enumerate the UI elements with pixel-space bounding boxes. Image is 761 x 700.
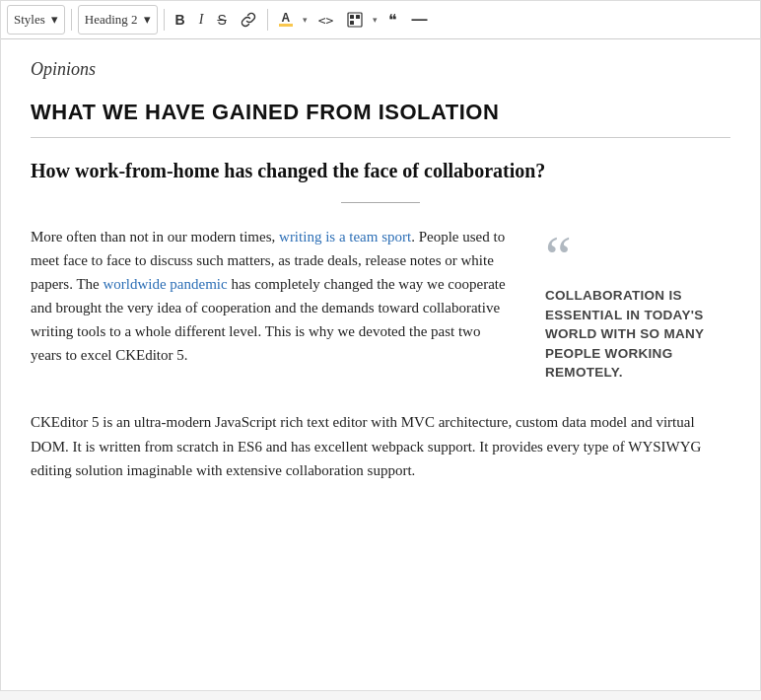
doc-category: Opinions: [31, 59, 730, 80]
highlight-dropdown[interactable]: ▾: [299, 6, 310, 34]
insert-icon: [347, 12, 363, 28]
highlight-arrow: ▾: [303, 15, 308, 25]
divider-2: [164, 9, 165, 31]
link-icon: [241, 12, 256, 28]
link2[interactable]: worldwide pandemic: [103, 276, 227, 292]
code-button[interactable]: <>: [313, 6, 339, 34]
heading-dropdown[interactable]: Heading 2 ▾: [78, 5, 158, 35]
hrule-label: —: [411, 11, 427, 29]
svg-rect-0: [348, 13, 362, 27]
strikethrough-button[interactable]: S: [212, 6, 231, 34]
content-flex: More often than not in our modern times,…: [31, 225, 730, 390]
divider-3: [267, 9, 268, 31]
para1-before-link1: More often than not in our modern times,: [31, 229, 279, 245]
subtitle-divider: [341, 202, 420, 203]
svg-rect-1: [350, 15, 354, 19]
heading-arrow: ▾: [144, 12, 151, 28]
body-text-1: More often than not in our modern times,…: [31, 225, 510, 367]
editor-content[interactable]: Opinions WHAT WE HAVE GAINED FROM ISOLAT…: [1, 39, 760, 690]
editor-wrapper: Styles ▾ Heading 2 ▾ B I S: [0, 0, 761, 691]
svg-rect-2: [356, 15, 360, 19]
blockquote-button[interactable]: ❝: [383, 6, 402, 34]
divider-1: [71, 9, 72, 31]
bold-button[interactable]: B: [171, 6, 190, 34]
pullquote: “ COLLABORATION IS ESSENTIAL IN TODAY'S …: [533, 225, 730, 390]
doc-subtitle: How work-from-home has changed the face …: [31, 160, 730, 182]
heading-label: Heading 2: [85, 12, 138, 28]
insert-group: ▾: [342, 6, 380, 34]
strikethrough-label: S: [217, 12, 226, 28]
doc-title: WHAT WE HAVE GAINED FROM ISOLATION: [31, 100, 730, 138]
insert-button[interactable]: [342, 6, 368, 34]
link1[interactable]: writing is a team sport: [279, 229, 411, 245]
code-label: <>: [318, 13, 334, 28]
styles-dropdown[interactable]: Styles ▾: [7, 5, 65, 35]
highlight-group: A ▾: [274, 6, 310, 34]
italic-button[interactable]: I: [194, 6, 209, 34]
italic-label: I: [199, 12, 204, 28]
styles-label: Styles: [14, 12, 45, 28]
body-text-2: CKEditor 5 is an ultra-modern JavaScript…: [31, 410, 730, 483]
blockquote-icon: ❝: [388, 11, 397, 30]
highlight-button[interactable]: A: [274, 6, 298, 34]
insert-arrow: ▾: [373, 15, 378, 25]
link-button[interactable]: [236, 6, 261, 34]
bold-label: B: [175, 12, 185, 28]
insert-dropdown[interactable]: ▾: [369, 6, 380, 34]
toolbar: Styles ▾ Heading 2 ▾ B I S: [1, 1, 760, 39]
highlight-icon: A: [279, 13, 293, 27]
svg-rect-3: [350, 21, 354, 25]
styles-arrow: ▾: [51, 12, 58, 28]
hrule-button[interactable]: —: [406, 6, 432, 34]
pullquote-text: COLLABORATION IS ESSENTIAL IN TODAY'S WO…: [545, 286, 719, 383]
pullquote-mark: “: [545, 233, 719, 280]
